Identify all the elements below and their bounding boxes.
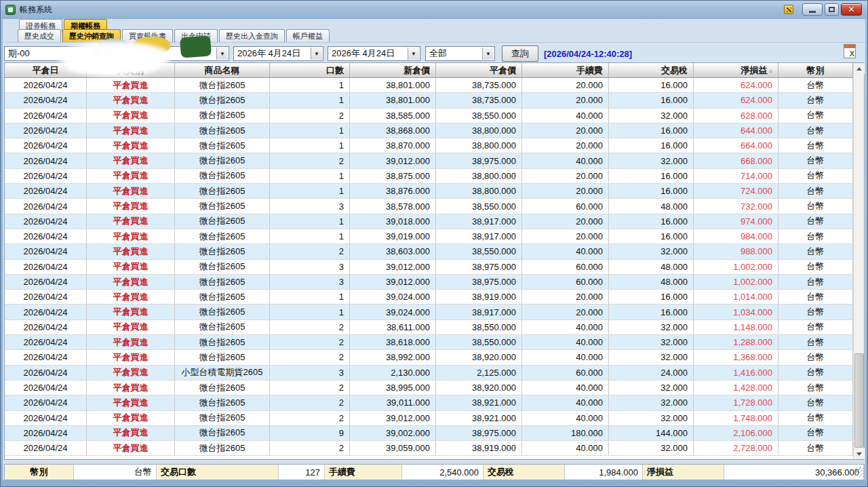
- table-row[interactable]: 2026/04/24平倉買進微台指2605238,995.00038,920.0…: [5, 381, 853, 395]
- chevron-down-icon[interactable]: ▼: [408, 47, 419, 60]
- col-header-currency[interactable]: 幣別: [778, 63, 853, 77]
- cell-net-pnl: 1,728.000: [694, 395, 778, 410]
- query-button[interactable]: 查詢: [502, 45, 538, 62]
- cell-net-pnl: 644.000: [694, 123, 778, 138]
- table-row[interactable]: 2026/04/24平倉買進微台指2605239,059.00038,919.0…: [5, 441, 853, 456]
- cell-lots: 3: [270, 275, 350, 289]
- date-to-select[interactable]: 2026年 4月24日 ▼: [328, 46, 420, 61]
- cell-close-date: 2026/04/24: [5, 169, 87, 183]
- cell-lots: 2: [270, 109, 350, 123]
- tab-history-cash-flow-query[interactable]: 歷史出入金查詢: [219, 29, 285, 42]
- vertical-scrollbar[interactable]: [853, 63, 864, 459]
- cell-close-price: 38,550.000: [436, 109, 522, 123]
- table-row[interactable]: 2026/04/24平倉買進微台指2605138,870.00038,800.0…: [5, 138, 853, 153]
- table-row[interactable]: 2026/04/24平倉買進微台指2605939,002.00038,975.0…: [5, 426, 853, 441]
- cell-currency: 台幣: [778, 275, 853, 289]
- table-row[interactable]: 2026/04/24平倉買進微台指2605238,611.00038,550.0…: [5, 320, 853, 335]
- cell-fee: 20.000: [522, 214, 609, 229]
- theme-icon[interactable]: [784, 5, 793, 14]
- date-from-select[interactable]: 2026年 4月24日 ▼: [233, 46, 323, 61]
- chevron-down-icon[interactable]: ▼: [216, 47, 228, 60]
- table-row[interactable]: 2026/04/24平倉買進微台指2605138,875.00038,800.0…: [5, 169, 853, 184]
- tab-account-equity[interactable]: 帳戶權益: [286, 29, 330, 42]
- cell-product: 微台指2605: [175, 199, 270, 213]
- table-row[interactable]: 2026/04/24平倉買進微台指2605238,585.00038,550.0…: [5, 109, 853, 123]
- export-excel-icon[interactable]: [844, 44, 856, 58]
- cell-open-price: 39,002.000: [350, 426, 436, 440]
- cell-net-pnl: 988.000: [694, 244, 778, 258]
- table-row[interactable]: 2026/04/24平倉買進微台指2605138,868.00038,800.0…: [5, 123, 853, 138]
- cell-close-date: 2026/04/24: [5, 138, 87, 153]
- cell-currency: 台幣: [778, 320, 853, 334]
- cell-side: 平倉買進: [87, 441, 175, 455]
- table-row[interactable]: 2026/04/24平倉買進微台指2605238,992.00038,920.0…: [5, 350, 853, 365]
- table-row[interactable]: 2026/04/24平倉買進微台指2605138,801.00038,735.0…: [5, 78, 853, 93]
- scroll-down-button[interactable]: [854, 448, 865, 459]
- chevron-down-icon[interactable]: ▼: [482, 47, 494, 60]
- summary-value: 1,984.000: [565, 465, 643, 480]
- cell-close-price: 38,917.000: [436, 229, 522, 244]
- scroll-up-button[interactable]: [854, 63, 865, 74]
- col-header-tax[interactable]: 交易稅: [609, 63, 694, 77]
- table-row[interactable]: 2026/04/24平倉買進微台指2605338,578.00038,550.0…: [5, 199, 853, 214]
- cell-open-price: 39,024.000: [350, 305, 436, 319]
- scope-select[interactable]: 全部 ▼: [425, 46, 495, 61]
- cell-fee: 40.000: [522, 411, 609, 425]
- cell-open-price: 38,875.000: [350, 169, 436, 183]
- cell-open-price: 38,995.000: [350, 381, 436, 395]
- col-header-net-pnl[interactable]: 淨損益▵: [694, 63, 778, 77]
- cell-product: 微台指2605: [175, 381, 270, 395]
- table-row[interactable]: 2026/04/24平倉買進微台指2605239,012.00038,921.0…: [5, 411, 853, 426]
- app-window: 帳務系統 ✕ 證券帳務 期權帳務 歷史成交 歷史沖銷查詢 買賣報告書 出金申請 …: [0, 0, 868, 487]
- cell-tax: 16.000: [609, 184, 694, 198]
- maximize-button[interactable]: [825, 3, 839, 16]
- col-header-fee[interactable]: 手續費: [522, 63, 609, 77]
- cell-side: 平倉買進: [87, 290, 175, 304]
- titlebar[interactable]: 帳務系統 ✕: [1, 1, 867, 19]
- cell-currency: 台幣: [778, 305, 853, 319]
- scrollbar-thumb[interactable]: [854, 353, 864, 448]
- table-row[interactable]: 2026/04/24平倉買進微台指2605139,018.00038,917.0…: [5, 214, 853, 229]
- table-row[interactable]: 2026/04/24平倉買進微台指2605138,801.00038,735.0…: [5, 93, 853, 108]
- cell-close-price: 38,735.000: [436, 93, 522, 107]
- col-header-open-price[interactable]: 新倉價: [350, 63, 436, 77]
- redaction-blob: [66, 58, 159, 76]
- table-row[interactable]: 2026/04/24平倉買進微台指2605238,603.00038,550.0…: [5, 244, 853, 259]
- minimize-button[interactable]: [802, 3, 823, 16]
- cell-fee: 180.000: [522, 426, 609, 440]
- col-header-close-price[interactable]: 平倉價: [436, 63, 522, 77]
- app-icon: [5, 5, 16, 15]
- cell-product: 微台指2605: [175, 411, 270, 425]
- cell-currency: 台幣: [778, 109, 853, 123]
- table-row[interactable]: 2026/04/24平倉買進小型台積電期貨260532,130.0002,125…: [5, 366, 853, 381]
- cell-currency: 台幣: [778, 153, 853, 168]
- col-header-product[interactable]: 商品名稱: [175, 63, 270, 77]
- table-row[interactable]: 2026/04/24平倉買進微台指2605238,618.00038,550.0…: [5, 335, 853, 350]
- chevron-down-icon[interactable]: ▼: [311, 47, 322, 60]
- cell-close-price: 38,975.000: [436, 275, 522, 289]
- table-row[interactable]: 2026/04/24平倉買進微台指2605139,024.00038,919.0…: [5, 290, 853, 305]
- cell-close-date: 2026/04/24: [5, 244, 87, 258]
- summary-value: 2,540.000: [402, 465, 484, 480]
- resize-grip[interactable]: [854, 467, 863, 477]
- cell-close-price: 38,550.000: [436, 320, 522, 334]
- table-row[interactable]: 2026/04/24平倉買進微台指2605239,012.00038,975.0…: [5, 153, 853, 168]
- cell-close-price: 38,800.000: [436, 184, 522, 198]
- table-row[interactable]: 2026/04/24平倉買進微台指2605339,012.00038,975.0…: [5, 275, 853, 290]
- table-row[interactable]: 2026/04/24平倉買進微台指2605239,011.00038,921.0…: [5, 395, 853, 410]
- table-row[interactable]: 2026/04/24平倉買進微台指2605139,024.00038,917.0…: [5, 305, 853, 319]
- cell-net-pnl: 664.000: [694, 138, 778, 153]
- cell-close-date: 2026/04/24: [5, 184, 87, 198]
- summary-label: 淨損益: [643, 465, 724, 480]
- cell-tax: 32.000: [609, 320, 694, 334]
- cell-lots: 3: [270, 366, 350, 380]
- table-row[interactable]: 2026/04/24平倉買進微台指2605138,876.00038,800.0…: [5, 184, 853, 199]
- close-button[interactable]: ✕: [841, 3, 862, 16]
- table-row[interactable]: 2026/04/24平倉買進微台指2605139,019.00038,917.0…: [5, 229, 853, 244]
- cell-close-date: 2026/04/24: [5, 275, 87, 289]
- tab-history-trades[interactable]: 歷史成交: [18, 29, 61, 42]
- table-row[interactable]: 2026/04/24平倉買進微台指2605339,012.00038,975.0…: [5, 260, 853, 275]
- col-header-lots[interactable]: 口數: [270, 63, 350, 77]
- cell-lots: 1: [270, 305, 350, 319]
- cell-tax: 32.000: [609, 350, 694, 364]
